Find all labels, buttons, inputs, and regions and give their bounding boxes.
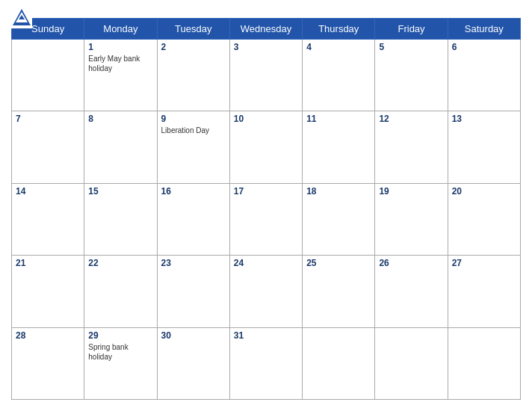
day-number: 7 [16, 114, 80, 124]
week-row-3: 14151617181920 [12, 183, 521, 255]
calendar-cell: 1Early May bank holiday [84, 40, 157, 111]
day-number: 17 [234, 186, 298, 197]
day-number: 28 [16, 330, 80, 341]
calendar-cell: 17 [229, 183, 302, 255]
week-row-1: 1Early May bank holiday23456 [12, 40, 521, 111]
day-number: 19 [379, 186, 443, 197]
logo-area [11, 7, 35, 28]
calendar-cell: 14 [12, 183, 84, 255]
day-number: 31 [234, 330, 298, 341]
calendar-cell: 2 [157, 40, 229, 111]
header-monday: Monday [84, 19, 157, 40]
day-number: 4 [306, 42, 371, 52]
calendar-cell: 4 [303, 40, 375, 111]
day-number: 18 [306, 186, 371, 197]
calendar-cell: 31 [229, 327, 302, 399]
week-row-2: 789Liberation Day10111213 [12, 111, 521, 183]
day-number: 20 [452, 186, 516, 197]
day-number: 10 [234, 114, 298, 124]
day-number: 22 [88, 258, 152, 268]
calendar-cell: 16 [157, 183, 229, 255]
day-number: 16 [161, 186, 226, 197]
header-wednesday: Wednesday [229, 19, 302, 40]
calendar-cell [303, 327, 375, 399]
generalblue-logo-icon [11, 7, 32, 28]
day-number: 5 [379, 42, 443, 52]
calendar-cell: 6 [448, 40, 520, 111]
calendar-cell: 27 [448, 256, 520, 327]
calendar-cell: 12 [375, 111, 448, 183]
day-number: 14 [16, 186, 80, 197]
calendar-cell [12, 40, 84, 111]
day-number: 3 [234, 42, 298, 52]
header-thursday: Thursday [303, 19, 375, 40]
day-number: 6 [452, 42, 516, 52]
calendar-cell: 22 [84, 256, 157, 327]
calendar-header [11, 7, 521, 13]
weekday-header-row: Sunday Monday Tuesday Wednesday Thursday… [12, 19, 521, 40]
calendar-cell: 24 [229, 256, 302, 327]
calendar-wrapper: Sunday Monday Tuesday Wednesday Thursday… [0, 0, 532, 411]
calendar-cell [448, 327, 520, 399]
calendar-cell: 15 [84, 183, 157, 255]
day-number: 24 [234, 258, 298, 268]
calendar-cell: 8 [84, 111, 157, 183]
day-number: 2 [161, 42, 226, 52]
day-number: 8 [88, 114, 152, 124]
header-saturday: Saturday [448, 19, 520, 40]
day-number: 15 [88, 186, 152, 197]
holiday-label: Spring bank holiday [88, 342, 152, 362]
calendar-cell: 30 [157, 327, 229, 399]
day-number: 11 [306, 114, 371, 124]
day-number: 21 [16, 258, 80, 268]
calendar-cell: 7 [12, 111, 84, 183]
calendar-cell: 21 [12, 256, 84, 327]
week-row-5: 2829Spring bank holiday3031 [12, 327, 521, 399]
day-number: 13 [452, 114, 516, 124]
holiday-label: Liberation Day [161, 126, 226, 135]
day-number: 29 [88, 330, 152, 341]
calendar-cell: 13 [448, 111, 520, 183]
calendar-cell: 29Spring bank holiday [84, 327, 157, 399]
calendar-cell [375, 327, 448, 399]
day-number: 27 [452, 258, 516, 268]
header-friday: Friday [375, 19, 448, 40]
calendar-cell: 9Liberation Day [157, 111, 229, 183]
day-number: 1 [88, 42, 152, 52]
day-number: 12 [379, 114, 443, 124]
calendar-cell: 5 [375, 40, 448, 111]
calendar-cell: 26 [375, 256, 448, 327]
header-tuesday: Tuesday [157, 19, 229, 40]
calendar-cell: 28 [12, 327, 84, 399]
day-number: 25 [306, 258, 371, 268]
calendar-cell: 3 [229, 40, 302, 111]
calendar-cell: 11 [303, 111, 375, 183]
calendar-cell: 10 [229, 111, 302, 183]
day-number: 9 [161, 114, 226, 124]
holiday-label: Early May bank holiday [88, 54, 152, 73]
calendar-cell: 20 [448, 183, 520, 255]
calendar-cell: 19 [375, 183, 448, 255]
week-row-4: 21222324252627 [12, 256, 521, 327]
day-number: 30 [161, 330, 226, 341]
calendar-cell: 25 [303, 256, 375, 327]
calendar-table: Sunday Monday Tuesday Wednesday Thursday… [11, 18, 521, 400]
calendar-cell: 18 [303, 183, 375, 255]
day-number: 26 [379, 258, 443, 268]
day-number: 23 [161, 258, 226, 268]
calendar-cell: 23 [157, 256, 229, 327]
